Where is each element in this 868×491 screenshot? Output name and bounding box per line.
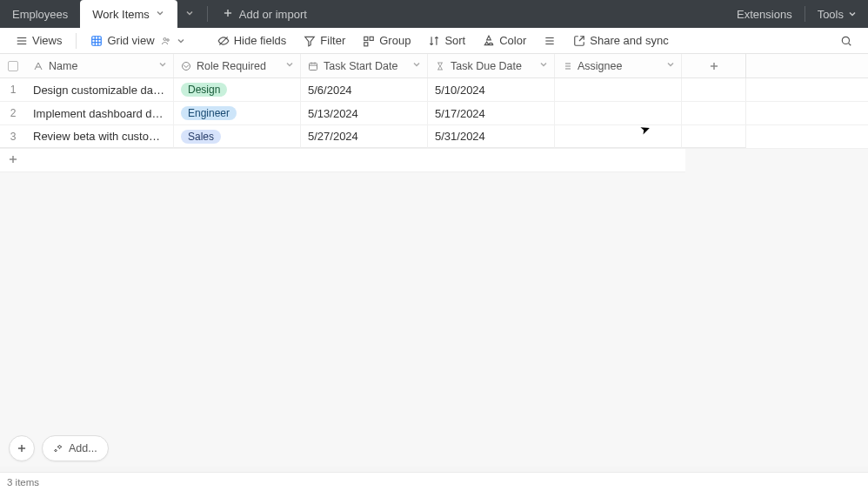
group-label: Group xyxy=(379,34,411,47)
search-button[interactable] xyxy=(833,31,859,50)
cell-assignee[interactable] xyxy=(555,102,682,124)
plus-icon xyxy=(0,153,26,168)
chevron-down-icon xyxy=(176,36,186,46)
add-row[interactable] xyxy=(0,149,685,172)
sort-button[interactable]: Sort xyxy=(421,30,472,50)
chevron-down-icon[interactable] xyxy=(665,59,676,72)
group-button[interactable]: Group xyxy=(356,30,417,50)
top-bar: Employees Work Items Add or import Exten… xyxy=(0,0,868,28)
tools-menu[interactable]: Tools xyxy=(818,8,858,21)
cell-role[interactable]: Sales xyxy=(174,125,301,148)
cell-name[interactable]: Implement dashboard dat... xyxy=(26,102,174,124)
single-select-icon xyxy=(181,61,191,71)
column-due-label: Task Due Date xyxy=(451,60,522,72)
role-tag: Design xyxy=(181,83,227,97)
view-toolbar: Views Grid view Hide fields Filter Group… xyxy=(0,28,868,54)
cell-empty xyxy=(682,125,746,148)
hide-fields-button[interactable]: Hide fields xyxy=(210,30,294,50)
add-record-button[interactable] xyxy=(9,435,35,461)
divider xyxy=(207,6,208,22)
cell-start-date[interactable]: 5/13/2024 xyxy=(301,102,428,124)
cell-empty xyxy=(682,102,746,124)
grid-view-button[interactable]: Grid view xyxy=(83,30,192,50)
plus-icon xyxy=(708,60,720,72)
column-name-label: Name xyxy=(49,60,77,72)
cell-name[interactable]: Review beta with custom... xyxy=(26,125,174,148)
tab-work-items-label: Work Items xyxy=(92,8,150,21)
views-button[interactable]: Views xyxy=(9,30,69,50)
column-header-role[interactable]: Role Required xyxy=(174,54,301,77)
chevron-down-icon[interactable] xyxy=(284,59,295,72)
tab-overflow-chevron[interactable] xyxy=(177,8,202,21)
people-icon xyxy=(161,36,171,46)
row-height-icon xyxy=(544,35,556,47)
column-assignee-label: Assignee xyxy=(578,60,622,72)
table-row[interactable]: 2Implement dashboard dat...Engineer5/13/… xyxy=(0,102,868,125)
svg-rect-14 xyxy=(364,37,368,40)
cell-start-date[interactable]: 5/27/2024 xyxy=(301,125,428,148)
svg-rect-23 xyxy=(310,63,317,70)
record-count: 3 items xyxy=(7,477,39,488)
color-icon xyxy=(483,35,495,47)
cell-due-date[interactable]: 5/17/2024 xyxy=(428,102,555,124)
select-all-checkbox[interactable] xyxy=(0,54,26,77)
share-sync-button[interactable]: Share and sync xyxy=(566,30,675,50)
column-role-label: Role Required xyxy=(197,60,266,72)
column-header-start[interactable]: Task Start Date xyxy=(301,54,428,77)
add-or-import-label: Add or import xyxy=(239,8,307,21)
add-menu-label: Add... xyxy=(69,442,97,454)
share-icon xyxy=(573,35,585,47)
filter-icon xyxy=(304,35,316,47)
status-bar: 3 items xyxy=(0,472,868,491)
plus-icon xyxy=(222,7,234,22)
cell-assignee[interactable] xyxy=(555,78,682,101)
color-button[interactable]: Color xyxy=(476,30,533,50)
extensions-button[interactable]: Extensions xyxy=(737,8,792,21)
row-number: 2 xyxy=(0,102,26,124)
filter-label: Filter xyxy=(320,34,345,47)
cell-name[interactable]: Design customizable das... xyxy=(26,78,174,101)
svg-point-20 xyxy=(842,37,849,44)
table-row[interactable]: 3Review beta with custom...Sales5/27/202… xyxy=(0,125,868,149)
group-icon xyxy=(363,35,375,47)
eye-off-icon xyxy=(217,35,230,47)
calendar-icon xyxy=(308,61,318,71)
column-header-assignee[interactable]: Assignee xyxy=(555,54,682,77)
text-icon xyxy=(33,61,43,71)
chevron-down-icon[interactable] xyxy=(157,59,168,72)
wand-icon xyxy=(53,443,63,454)
chevron-down-icon[interactable] xyxy=(411,59,422,72)
chevron-down-icon[interactable] xyxy=(538,59,549,72)
hide-fields-label: Hide fields xyxy=(234,34,287,47)
add-menu-button[interactable]: Add... xyxy=(42,435,109,461)
share-sync-label: Share and sync xyxy=(590,34,668,47)
grid-area: Name Role Required Task Start Date Task … xyxy=(0,54,868,467)
column-header-due[interactable]: Task Due Date xyxy=(428,54,555,77)
svg-point-10 xyxy=(164,37,166,40)
cell-start-date[interactable]: 5/6/2024 xyxy=(301,78,428,101)
add-column-button[interactable] xyxy=(682,54,746,77)
cell-due-date[interactable]: 5/10/2024 xyxy=(428,78,555,101)
cell-role[interactable]: Engineer xyxy=(174,102,301,124)
cell-assignee[interactable] xyxy=(555,125,682,148)
cell-empty xyxy=(682,78,746,101)
tab-employees[interactable]: Employees xyxy=(0,0,80,28)
row-height-button[interactable] xyxy=(537,31,563,50)
column-header-name[interactable]: Name xyxy=(26,54,174,77)
sort-icon xyxy=(428,35,440,47)
filter-button[interactable]: Filter xyxy=(297,30,352,50)
cell-due-date[interactable]: 5/31/2024 xyxy=(428,125,555,148)
cell-role[interactable]: Design xyxy=(174,78,301,101)
add-or-import-button[interactable]: Add or import xyxy=(213,7,316,22)
svg-point-22 xyxy=(183,62,190,70)
column-start-label: Task Start Date xyxy=(324,60,397,72)
tab-work-items[interactable]: Work Items xyxy=(80,0,177,28)
svg-marker-13 xyxy=(305,37,315,46)
grid-icon xyxy=(90,35,103,47)
role-tag: Engineer xyxy=(181,106,237,120)
chevron-down-icon[interactable] xyxy=(155,8,165,21)
formula-icon xyxy=(435,61,445,71)
list-icon xyxy=(562,61,572,71)
svg-rect-16 xyxy=(364,42,368,45)
table-row[interactable]: 1Design customizable das...Design5/6/202… xyxy=(0,78,868,102)
